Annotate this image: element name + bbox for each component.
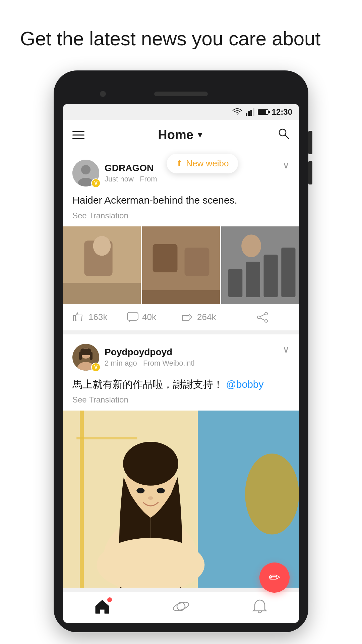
svg-rect-21 <box>281 248 295 297</box>
post-2-mention[interactable]: @bobby <box>226 379 263 390</box>
post-1-image-grid <box>63 226 299 304</box>
hamburger-line-2 <box>72 135 84 136</box>
discover-icon <box>173 598 189 615</box>
repost-icon-1 <box>181 312 194 323</box>
post-1-img-3-svg <box>221 226 299 304</box>
hamburger-line-1 <box>72 131 84 132</box>
svg-rect-35 <box>90 352 93 360</box>
search-button[interactable] <box>278 127 290 143</box>
header-title-text: Home <box>158 128 193 142</box>
volume-button-top <box>308 131 312 154</box>
phone-top <box>63 84 299 104</box>
post-1-image-1[interactable] <box>63 226 141 304</box>
nav-discover-button[interactable] <box>173 598 189 615</box>
chevron-down-icon: ▼ <box>196 130 204 140</box>
signal-icon <box>246 108 254 116</box>
home-notification-dot <box>107 597 112 602</box>
post-2-header: V Poydpoydpoyd 2 min ago From Weibo.intl <box>72 344 290 371</box>
svg-point-49 <box>148 496 153 500</box>
post-1-comment-count: 40k <box>142 312 156 322</box>
svg-rect-23 <box>127 312 138 320</box>
post-1-actions: 163k 40k <box>72 304 290 330</box>
post-2-author-info: V Poydpoydpoyd 2 min ago From Weibo.intl <box>72 344 195 371</box>
post-2-see-translation[interactable]: See Translation <box>72 395 290 405</box>
phone-screen: 12:30 Home ▼ <box>63 104 299 623</box>
status-icons: 12:30 <box>232 107 292 117</box>
post-2-verified-badge: V <box>91 363 101 372</box>
pencil-icon: ✏ <box>269 569 281 586</box>
svg-point-46 <box>123 442 178 486</box>
arrow-up-icon: ⬆ <box>176 159 183 168</box>
post-2-author-name[interactable]: Poydpoydpoyd <box>105 347 195 358</box>
bottom-nav <box>63 592 299 623</box>
svg-rect-16 <box>142 290 220 304</box>
compose-fab-button[interactable]: ✏ <box>259 562 290 593</box>
svg-point-22 <box>241 234 261 257</box>
svg-rect-12 <box>63 283 141 304</box>
hamburger-line-3 <box>72 138 84 139</box>
like-icon-1 <box>72 312 85 323</box>
post-1-image-3[interactable] <box>221 226 299 304</box>
search-icon <box>278 127 290 140</box>
home-title[interactable]: Home ▼ <box>158 128 204 142</box>
app-header: Home ▼ <box>63 120 299 150</box>
svg-rect-15 <box>185 248 209 276</box>
svg-rect-33 <box>80 348 91 355</box>
comment-icon-1 <box>127 312 139 323</box>
post-2-img-svg <box>63 411 299 588</box>
phone-mockup: 12:30 Home ▼ <box>54 70 308 632</box>
svg-rect-18 <box>228 269 242 297</box>
hamburger-menu-button[interactable] <box>72 131 84 139</box>
post-1-like-button[interactable]: 163k <box>72 312 127 323</box>
post-1-expand-button[interactable]: ∨ <box>283 160 290 171</box>
svg-rect-42 <box>76 437 137 439</box>
svg-point-25 <box>265 312 267 315</box>
post-1-like-count: 163k <box>88 312 107 322</box>
svg-point-39 <box>245 453 299 534</box>
svg-point-48 <box>157 488 165 493</box>
post-1-image-2[interactable] <box>142 226 220 304</box>
post-1-author-info: V GDRAGON Just now From <box>72 160 157 186</box>
battery-icon <box>258 109 268 115</box>
post-1-see-translation[interactable]: See Translation <box>72 211 290 220</box>
svg-rect-20 <box>264 255 278 297</box>
svg-point-27 <box>265 320 267 322</box>
post-1-author-name[interactable]: GDRAGON <box>105 163 157 173</box>
post-1-img-1-svg <box>63 226 141 304</box>
nav-home-button[interactable] <box>94 599 111 614</box>
post-1-img-2-svg <box>142 226 220 304</box>
svg-rect-14 <box>153 244 178 272</box>
post-1-share-button[interactable] <box>235 312 290 323</box>
post-2-text: 馬上就有新的作品啦，謝謝支持！ @bobby <box>72 377 290 392</box>
post-2-image[interactable] <box>63 411 299 588</box>
post-1-comment-button[interactable]: 40k <box>127 312 181 323</box>
post-1-repost-button[interactable]: 264k <box>181 312 235 323</box>
post-1-author-details: GDRAGON Just now From <box>105 163 157 183</box>
post-1-repost-count: 264k <box>197 312 216 322</box>
new-weibo-toast[interactable]: ⬆ New weibo <box>167 154 238 173</box>
svg-line-5 <box>285 135 289 139</box>
svg-rect-0 <box>246 113 247 116</box>
post-2-image-container <box>63 411 299 588</box>
svg-rect-3 <box>253 108 254 116</box>
status-time: 12:30 <box>272 107 292 117</box>
post-2-expand-button[interactable]: ∨ <box>283 344 290 355</box>
svg-line-29 <box>260 318 265 320</box>
svg-point-4 <box>279 129 286 136</box>
post-card-2: V Poydpoydpoyd 2 min ago From Weibo.intl <box>63 334 299 588</box>
screen-inner: 12:30 Home ▼ <box>63 104 299 623</box>
post-2-author-details: Poydpoydpoyd 2 min ago From Weibo.intl <box>105 347 195 368</box>
post-1-meta: Just now From <box>105 175 157 183</box>
share-icon-1 <box>256 312 269 323</box>
bell-icon <box>251 598 268 615</box>
post-card-1: V GDRAGON Just now From <box>63 150 299 330</box>
svg-point-7 <box>81 165 90 174</box>
svg-point-11 <box>93 236 111 256</box>
volume-button-bottom <box>308 161 312 184</box>
toast-label: New weibo <box>186 158 229 169</box>
phone-speaker <box>154 92 208 96</box>
svg-point-26 <box>257 316 260 319</box>
nav-notifications-button[interactable] <box>251 598 268 615</box>
post-2-avatar-wrapper: V <box>72 344 99 371</box>
post-1-text: Haider Ackerman-behind the scenes. <box>72 193 290 208</box>
